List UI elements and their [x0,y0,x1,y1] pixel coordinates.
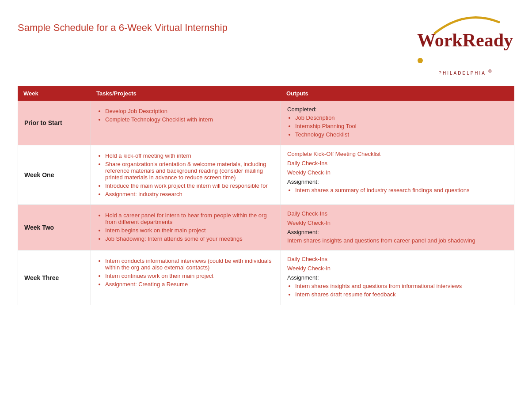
col-header-outputs: Outputs [281,87,514,101]
tasks-cell: Develop Job DescriptionComplete Technolo… [91,101,281,145]
assignment-label: Assignment: [287,229,508,235]
table-body: Prior to StartDevelop Job DescriptionCom… [18,101,514,305]
output-link: Weekly Check-In [287,265,508,272]
tasks-cell: Hold a kick-off meeting with internShare… [91,145,281,205]
assignment-item: Intern shares draft resume for feedback [295,291,508,298]
output-link: Daily Check-Ins [287,160,508,167]
logo-arc-icon [426,13,505,35]
table-row: Week TwoHold a career panel for intern t… [18,205,514,250]
assignment-text: Intern shares insights and questions fro… [287,237,508,244]
assignment-label: Assignment: [287,178,508,185]
output-link: Complete Kick-Off Meeting Checklist [287,151,508,157]
task-item: Assignment: industry research [105,191,274,197]
table-row: Prior to StartDevelop Job DescriptionCom… [18,101,514,145]
week-cell: Prior to Start [18,101,91,145]
output-link: Daily Check-Ins [287,256,508,262]
logo-text: WorkReady [417,31,514,68]
assignment-item: Intern shares insights and questions fro… [295,283,508,289]
task-item: Share organization's orientation & welco… [105,161,274,181]
outputs-cell: Daily Check-InsWeekly Check-InAssignment… [281,250,514,305]
output-completed-label: Completed: [287,106,508,113]
outputs-cell: Daily Check-InsWeekly Check-InAssignment… [281,205,514,250]
logo-subtitle: PHILADELPHIA ® [438,69,493,76]
output-link: Daily Check-Ins [287,210,508,217]
assignment-item: Intern shares a summary of industry rese… [295,187,508,193]
task-item: Introduce the main work project the inte… [105,182,274,189]
week-cell: Week Two [18,205,91,250]
logo: WorkReady PHILADELPHIA ® [417,13,514,76]
week-cell: Week Three [18,250,91,305]
task-item: Job Shadowing: Intern attends some of yo… [105,235,274,242]
tasks-cell: Intern conducts informational interviews… [91,250,281,305]
col-header-week: Week [18,87,91,101]
output-item: Job Description [295,114,508,121]
tasks-cell: Hold a career panel for intern to hear f… [91,205,281,250]
output-link: Weekly Check-In [287,169,508,176]
output-item: Technology Checklist [295,131,508,138]
task-item: Develop Job Description [105,108,274,114]
output-item: Internship Planning Tool [295,123,508,129]
task-item: Intern continues work on their main proj… [105,273,274,279]
output-link: Weekly Check-In [287,220,508,226]
task-item: Intern begins work on their main project [105,227,274,234]
table-row: Week ThreeIntern conducts informational … [18,250,514,305]
task-item: Intern conducts informational interviews… [105,258,274,271]
task-item: Assignment: Creating a Resume [105,281,274,288]
task-item: Hold a career panel for intern to hear f… [105,212,274,225]
assignment-label: Assignment: [287,274,508,281]
schedule-table: Week Tasks/Projects Outputs Prior to Sta… [18,86,514,305]
table-header: Week Tasks/Projects Outputs [18,87,514,101]
task-item: Hold a kick-off meeting with intern [105,152,274,159]
task-item: Complete Technology Checklist with inter… [105,116,274,123]
outputs-cell: Complete Kick-Off Meeting ChecklistDaily… [281,145,514,205]
table-row: Week OneHold a kick-off meeting with int… [18,145,514,205]
col-header-tasks: Tasks/Projects [91,87,281,101]
outputs-cell: Completed:Job DescriptionInternship Plan… [281,101,514,145]
page-header: Sample Schedule for a 6-Week Virtual Int… [18,13,514,76]
week-cell: Week One [18,145,91,205]
page-title: Sample Schedule for a 6-Week Virtual Int… [18,22,228,34]
